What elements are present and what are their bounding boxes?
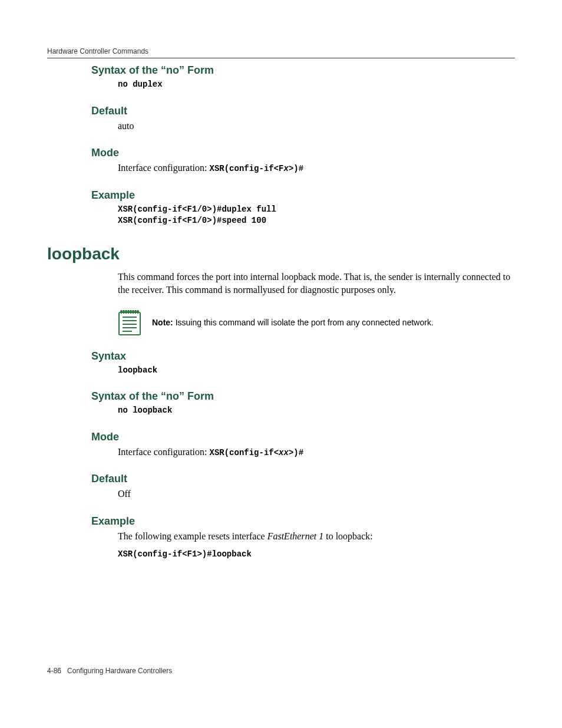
mode-body-pre-2: Interface configuration: (118, 447, 209, 457)
text-example-2: The following example resets interface F… (118, 530, 515, 543)
page-number: 4-86 (47, 667, 61, 675)
mode-code-c-2: >)# (289, 448, 303, 457)
mode-code-a-1: XSR(config-if<F (209, 164, 283, 173)
example-body-post: to loopback: (323, 531, 373, 541)
notepad-icon (118, 309, 141, 336)
running-head: Hardware Controller Commands (47, 47, 515, 58)
text-mode-1: Interface configuration: XSR(config-if<F… (118, 162, 515, 175)
page-footer: 4-86 Configuring Hardware Controllers (47, 667, 172, 675)
example-body-ital: FastEthernet 1 (267, 531, 324, 541)
code-no-loopback: no loopback (118, 405, 515, 417)
text-default-1: auto (118, 120, 515, 133)
note-label: Note: (152, 318, 173, 327)
document-page: Hardware Controller Commands Syntax of t… (0, 0, 562, 728)
mode-code-a-2: XSR(config-if< (209, 448, 279, 457)
note-text: Note: Issuing this command will isolate … (152, 318, 434, 327)
code-example-2: XSR(config-if<F1>)#loopback (118, 549, 515, 561)
heading-mode-2: Mode (91, 431, 515, 443)
paragraph-loopback: This command forces the port into intern… (118, 271, 515, 297)
mode-code-b-1: x (284, 164, 289, 173)
heading-default-2: Default (91, 473, 515, 485)
heading-example-2: Example (91, 515, 515, 528)
heading-mode-1: Mode (91, 147, 515, 159)
heading-example-1: Example (91, 189, 515, 202)
heading-syntax-no-form-2: Syntax of the “no” Form (91, 390, 515, 403)
text-mode-2: Interface configuration: XSR(config-if<x… (118, 446, 515, 459)
example-body-pre: The following example resets interface (118, 531, 267, 541)
text-default-2: Off (118, 487, 515, 500)
note-block: Note: Issuing this command will isolate … (118, 309, 515, 336)
mode-code-b-2: xx (279, 448, 289, 457)
footer-title: Configuring Hardware Controllers (67, 667, 172, 675)
heading-syntax-no-form-1: Syntax of the “no” Form (91, 64, 515, 77)
heading-default-1: Default (91, 105, 515, 117)
heading-loopback: loopback (47, 245, 515, 263)
code-example-1: XSR(config-if<F1/0>)#duplex full XSR(con… (118, 204, 515, 227)
mode-body-pre-1: Interface configuration: (118, 163, 209, 173)
code-loopback: loopback (118, 365, 515, 377)
mode-code-c-1: >)# (289, 164, 303, 173)
heading-syntax: Syntax (91, 350, 515, 363)
code-no-duplex: no duplex (118, 79, 515, 91)
note-body: Issuing this command will isolate the po… (173, 318, 434, 327)
